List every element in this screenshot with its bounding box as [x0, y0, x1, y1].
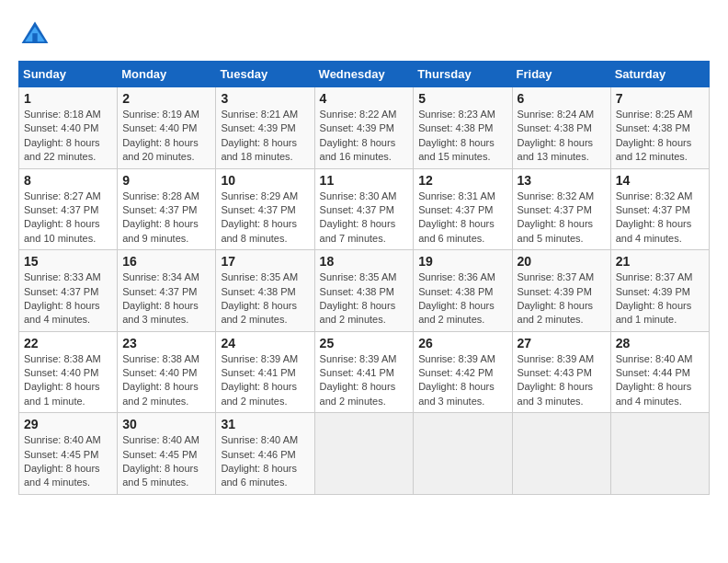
day-info: Sunrise: 8:35 AMSunset: 4:38 PMDaylight:…	[320, 271, 397, 325]
day-number: 9	[122, 173, 210, 188]
header-thursday: Thursday	[414, 62, 512, 87]
day-info: Sunrise: 8:39 AMSunset: 4:42 PMDaylight:…	[418, 353, 495, 407]
day-info: Sunrise: 8:34 AMSunset: 4:37 PMDaylight:…	[122, 271, 199, 325]
week-row-4: 22 Sunrise: 8:38 AMSunset: 4:40 PMDaylig…	[19, 331, 710, 413]
day-info: Sunrise: 8:23 AMSunset: 4:38 PMDaylight:…	[418, 109, 495, 162]
calendar-cell: 4 Sunrise: 8:22 AMSunset: 4:39 PMDayligh…	[314, 87, 414, 169]
day-number: 19	[418, 254, 506, 269]
day-info: Sunrise: 8:37 AMSunset: 4:39 PMDaylight:…	[616, 271, 693, 325]
day-info: Sunrise: 8:39 AMSunset: 4:41 PMDaylight:…	[320, 353, 397, 407]
day-number: 17	[221, 254, 309, 269]
calendar-cell	[512, 413, 610, 495]
calendar-cell: 27 Sunrise: 8:39 AMSunset: 4:43 PMDaylig…	[512, 331, 610, 413]
calendar-cell: 29 Sunrise: 8:40 AMSunset: 4:45 PMDaylig…	[19, 413, 118, 495]
header-sunday: Sunday	[19, 62, 118, 87]
day-info: Sunrise: 8:19 AMSunset: 4:40 PMDaylight:…	[122, 109, 199, 162]
calendar-cell: 26 Sunrise: 8:39 AMSunset: 4:42 PMDaylig…	[414, 331, 512, 413]
header-saturday: Saturday	[610, 62, 709, 87]
day-number: 13	[518, 173, 606, 188]
calendar-cell: 15 Sunrise: 8:33 AMSunset: 4:37 PMDaylig…	[19, 250, 118, 332]
calendar-table: SundayMondayTuesdayWednesdayThursdayFrid…	[18, 61, 710, 495]
day-number: 8	[24, 173, 112, 188]
day-number: 2	[122, 91, 210, 106]
week-row-5: 29 Sunrise: 8:40 AMSunset: 4:45 PMDaylig…	[19, 413, 710, 495]
header-row: SundayMondayTuesdayWednesdayThursdayFrid…	[19, 62, 710, 87]
header-friday: Friday	[512, 62, 610, 87]
day-info: Sunrise: 8:25 AMSunset: 4:38 PMDaylight:…	[616, 109, 693, 162]
day-number: 28	[616, 336, 704, 350]
day-info: Sunrise: 8:24 AMSunset: 4:38 PMDaylight:…	[518, 109, 595, 162]
day-info: Sunrise: 8:21 AMSunset: 4:39 PMDaylight:…	[221, 109, 298, 162]
day-number: 20	[518, 254, 606, 269]
logo	[18, 18, 57, 52]
day-info: Sunrise: 8:33 AMSunset: 4:37 PMDaylight:…	[24, 271, 101, 325]
calendar-cell: 30 Sunrise: 8:40 AMSunset: 4:45 PMDaylig…	[118, 413, 216, 495]
calendar-cell: 7 Sunrise: 8:25 AMSunset: 4:38 PMDayligh…	[610, 87, 709, 169]
calendar-cell: 22 Sunrise: 8:38 AMSunset: 4:40 PMDaylig…	[19, 331, 118, 413]
calendar-cell: 14 Sunrise: 8:32 AMSunset: 4:37 PMDaylig…	[610, 168, 709, 250]
day-info: Sunrise: 8:32 AMSunset: 4:37 PMDaylight:…	[616, 190, 693, 244]
calendar-cell	[610, 413, 709, 495]
calendar-cell: 8 Sunrise: 8:27 AMSunset: 4:37 PMDayligh…	[19, 168, 118, 250]
day-info: Sunrise: 8:36 AMSunset: 4:38 PMDaylight:…	[418, 271, 495, 325]
calendar-cell	[414, 413, 512, 495]
day-number: 30	[122, 417, 210, 431]
calendar-cell: 28 Sunrise: 8:40 AMSunset: 4:44 PMDaylig…	[610, 331, 709, 413]
day-info: Sunrise: 8:38 AMSunset: 4:40 PMDaylight:…	[24, 353, 101, 407]
calendar-cell: 1 Sunrise: 8:18 AMSunset: 4:40 PMDayligh…	[19, 87, 118, 169]
calendar-cell: 13 Sunrise: 8:32 AMSunset: 4:37 PMDaylig…	[512, 168, 610, 250]
day-number: 12	[418, 173, 506, 188]
day-number: 7	[616, 91, 704, 106]
day-number: 11	[320, 173, 409, 188]
day-info: Sunrise: 8:28 AMSunset: 4:37 PMDaylight:…	[122, 190, 199, 244]
day-number: 26	[418, 336, 506, 350]
day-info: Sunrise: 8:40 AMSunset: 4:45 PMDaylight:…	[122, 434, 199, 488]
day-info: Sunrise: 8:39 AMSunset: 4:41 PMDaylight:…	[221, 353, 298, 407]
calendar-cell: 17 Sunrise: 8:35 AMSunset: 4:38 PMDaylig…	[216, 250, 314, 332]
day-number: 5	[418, 91, 506, 106]
day-number: 29	[24, 417, 112, 431]
header-tuesday: Tuesday	[216, 62, 314, 87]
day-number: 23	[122, 336, 210, 350]
header-wednesday: Wednesday	[314, 62, 414, 87]
calendar-cell: 10 Sunrise: 8:29 AMSunset: 4:37 PMDaylig…	[216, 168, 314, 250]
day-number: 15	[24, 254, 112, 269]
day-number: 10	[221, 173, 309, 188]
day-info: Sunrise: 8:32 AMSunset: 4:37 PMDaylight:…	[518, 190, 595, 244]
day-info: Sunrise: 8:38 AMSunset: 4:40 PMDaylight:…	[122, 353, 199, 407]
week-row-1: 1 Sunrise: 8:18 AMSunset: 4:40 PMDayligh…	[19, 87, 710, 169]
calendar-cell: 5 Sunrise: 8:23 AMSunset: 4:38 PMDayligh…	[414, 87, 512, 169]
day-number: 25	[320, 336, 409, 350]
calendar-cell: 24 Sunrise: 8:39 AMSunset: 4:41 PMDaylig…	[216, 331, 314, 413]
week-row-2: 8 Sunrise: 8:27 AMSunset: 4:37 PMDayligh…	[19, 168, 710, 250]
calendar-cell: 31 Sunrise: 8:40 AMSunset: 4:46 PMDaylig…	[216, 413, 314, 495]
calendar-cell: 3 Sunrise: 8:21 AMSunset: 4:39 PMDayligh…	[216, 87, 314, 169]
calendar-cell	[314, 413, 414, 495]
day-info: Sunrise: 8:18 AMSunset: 4:40 PMDaylight:…	[24, 109, 101, 162]
calendar-cell: 11 Sunrise: 8:30 AMSunset: 4:37 PMDaylig…	[314, 168, 414, 250]
day-info: Sunrise: 8:27 AMSunset: 4:37 PMDaylight:…	[24, 190, 101, 244]
day-info: Sunrise: 8:35 AMSunset: 4:38 PMDaylight:…	[221, 271, 298, 325]
day-number: 14	[616, 173, 704, 188]
calendar-cell: 21 Sunrise: 8:37 AMSunset: 4:39 PMDaylig…	[610, 250, 709, 332]
day-number: 22	[24, 336, 112, 350]
day-info: Sunrise: 8:40 AMSunset: 4:44 PMDaylight:…	[616, 353, 693, 407]
day-info: Sunrise: 8:31 AMSunset: 4:37 PMDaylight:…	[418, 190, 495, 244]
day-info: Sunrise: 8:29 AMSunset: 4:37 PMDaylight:…	[221, 190, 298, 244]
calendar-cell: 25 Sunrise: 8:39 AMSunset: 4:41 PMDaylig…	[314, 331, 414, 413]
calendar-cell: 6 Sunrise: 8:24 AMSunset: 4:38 PMDayligh…	[512, 87, 610, 169]
calendar-cell: 2 Sunrise: 8:19 AMSunset: 4:40 PMDayligh…	[118, 87, 216, 169]
calendar-cell: 12 Sunrise: 8:31 AMSunset: 4:37 PMDaylig…	[414, 168, 512, 250]
day-info: Sunrise: 8:37 AMSunset: 4:39 PMDaylight:…	[518, 271, 595, 325]
header-monday: Monday	[118, 62, 216, 87]
day-number: 6	[518, 91, 606, 106]
day-info: Sunrise: 8:39 AMSunset: 4:43 PMDaylight:…	[518, 353, 595, 407]
calendar-cell: 20 Sunrise: 8:37 AMSunset: 4:39 PMDaylig…	[512, 250, 610, 332]
day-info: Sunrise: 8:22 AMSunset: 4:39 PMDaylight:…	[320, 109, 397, 162]
calendar-cell: 9 Sunrise: 8:28 AMSunset: 4:37 PMDayligh…	[118, 168, 216, 250]
calendar-cell: 16 Sunrise: 8:34 AMSunset: 4:37 PMDaylig…	[118, 250, 216, 332]
day-number: 27	[518, 336, 606, 350]
day-number: 31	[221, 417, 309, 431]
day-info: Sunrise: 8:30 AMSunset: 4:37 PMDaylight:…	[320, 190, 397, 244]
calendar-cell: 18 Sunrise: 8:35 AMSunset: 4:38 PMDaylig…	[314, 250, 414, 332]
